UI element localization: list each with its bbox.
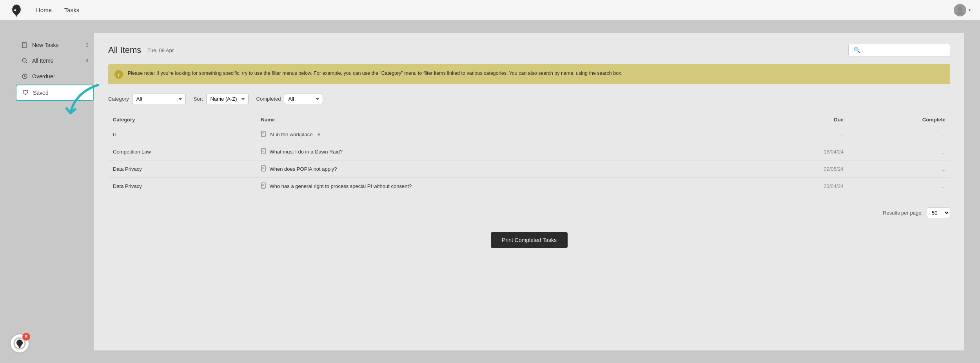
bottom-badge[interactable]: 5	[9, 333, 30, 354]
table-row: Data PrivacyWhen does POPIA not apply?09…	[108, 161, 950, 178]
sort-select[interactable]: Name (A-Z) Name (Z-A) Due Date	[206, 94, 249, 104]
sidebar-label-all-items: All Items	[32, 58, 53, 64]
sidebar-item-overdue[interactable]: Overdue!	[16, 69, 94, 84]
table-header-row: Category Name Due Complete	[108, 114, 950, 126]
cell-category: Competition Law	[108, 143, 256, 161]
info-icon: i	[114, 70, 123, 79]
print-btn-row: Print Completed Tasks	[108, 232, 950, 248]
tasks-table: Category Name Due Complete ITAI in the w…	[108, 114, 950, 195]
cell-complete: ...	[848, 126, 950, 143]
panel-date: Tue, 09 Apr	[147, 47, 174, 53]
top-navigation: Home Tasks ▾	[0, 0, 980, 20]
page-title: All Items	[108, 45, 141, 55]
panel-header: All Items Tue, 09 Apr 🔍	[108, 44, 950, 56]
cell-complete: ...	[848, 178, 950, 195]
search-icon: 🔍	[853, 47, 861, 54]
sort-filter: Sort Name (A-Z) Name (Z-A) Due Date	[194, 94, 249, 104]
svg-point-1	[958, 6, 962, 11]
task-name-link[interactable]: When does POPIA not apply?	[270, 166, 337, 172]
cell-due: 23/04/24	[757, 178, 848, 195]
print-completed-button[interactable]: Print Completed Tasks	[491, 232, 568, 248]
sidebar-label-new-tasks: New Tasks	[32, 42, 58, 48]
cell-name: What must I do in a Dawn Raid?	[256, 143, 757, 161]
col-header-complete: Complete	[848, 114, 950, 126]
heart-icon	[22, 89, 29, 96]
main-panel: All Items Tue, 09 Apr 🔍 i Please note: I…	[94, 33, 964, 350]
cell-name: When does POPIA not apply?	[256, 161, 757, 178]
badge-circle[interactable]: 5	[9, 333, 30, 354]
cell-due: ...	[757, 126, 848, 143]
task-name-link[interactable]: AI in the workplace	[270, 132, 313, 137]
cell-due: 16/04/24	[757, 143, 848, 161]
table-row: Data PrivacyWho has a general right to p…	[108, 178, 950, 195]
search-icon	[21, 57, 28, 64]
search-box[interactable]: 🔍	[848, 44, 950, 56]
page-body: New Tasks 3 All Items 4 Overdue!	[0, 20, 980, 363]
sidebar-item-all-items[interactable]: All Items 4	[16, 53, 94, 68]
category-select[interactable]: All IT Competition Law Data Privacy	[132, 94, 186, 104]
cell-complete: ...	[848, 143, 950, 161]
doc-icon	[261, 182, 267, 190]
category-filter: Category All IT Competition Law Data Pri…	[108, 94, 186, 104]
cell-complete: ...	[848, 161, 950, 178]
completed-filter: Completed All Yes No	[256, 94, 323, 104]
badge-count: 5	[22, 333, 30, 341]
sidebar-item-new-tasks[interactable]: New Tasks 3	[16, 38, 94, 52]
task-name-link[interactable]: Who has a general right to process speci…	[270, 183, 412, 189]
pagination-label: Results per page:	[883, 210, 923, 216]
sidebar: New Tasks 3 All Items 4 Overdue!	[16, 33, 94, 350]
nav-links: Home Tasks	[36, 5, 954, 15]
nav-home[interactable]: Home	[36, 5, 52, 15]
svg-line-9	[25, 76, 26, 77]
col-header-category: Category	[108, 114, 256, 126]
info-banner: i Please note: If you're looking for som…	[108, 64, 950, 84]
table-row: Competition LawWhat must I do in a Dawn …	[108, 143, 950, 161]
svg-point-0	[14, 9, 16, 11]
col-header-due: Due	[757, 114, 848, 126]
sidebar-badge-all-items: 4	[86, 58, 89, 63]
doc-icon	[261, 165, 267, 173]
cell-name: Who has a general right to process speci…	[256, 178, 757, 195]
file-icon	[21, 42, 28, 49]
col-header-name: Name	[256, 114, 757, 126]
info-text: Please note: If you're looking for somet…	[128, 70, 622, 77]
cell-due: 09/05/24	[757, 161, 848, 178]
category-label: Category	[108, 96, 129, 102]
app-logo[interactable]	[9, 3, 24, 17]
task-name-link[interactable]: What must I do in a Dawn Raid?	[270, 149, 343, 155]
svg-line-6	[26, 62, 27, 63]
sidebar-label-overdue: Overdue!	[32, 73, 55, 79]
search-input[interactable]	[864, 47, 945, 53]
sort-label: Sort	[194, 96, 203, 102]
doc-icon	[261, 148, 267, 155]
nav-tasks[interactable]: Tasks	[64, 5, 79, 15]
cell-category: Data Privacy	[108, 161, 256, 178]
sidebar-label-saved: Saved	[33, 90, 49, 96]
filters-row: Category All IT Competition Law Data Pri…	[108, 94, 950, 104]
sidebar-badge-new-tasks: 3	[86, 42, 89, 48]
completed-label: Completed	[256, 96, 281, 102]
completed-select[interactable]: All Yes No	[284, 94, 323, 104]
cell-category: Data Privacy	[108, 178, 256, 195]
user-menu[interactable]: ▾	[954, 4, 971, 16]
clock-icon	[21, 73, 28, 80]
saved-heart-icon: ♥	[317, 132, 320, 137]
table-row: ITAI in the workplace♥......	[108, 126, 950, 143]
pagination-select[interactable]: 50 10 25 100	[927, 208, 950, 218]
user-chevron-icon: ▾	[969, 8, 971, 12]
cell-name: AI in the workplace♥	[256, 126, 757, 143]
pagination-row: Results per page: 50 10 25 100	[108, 204, 950, 218]
cell-category: IT	[108, 126, 256, 143]
doc-icon	[261, 131, 267, 138]
sidebar-item-saved[interactable]: Saved	[16, 85, 94, 101]
avatar	[954, 4, 966, 16]
